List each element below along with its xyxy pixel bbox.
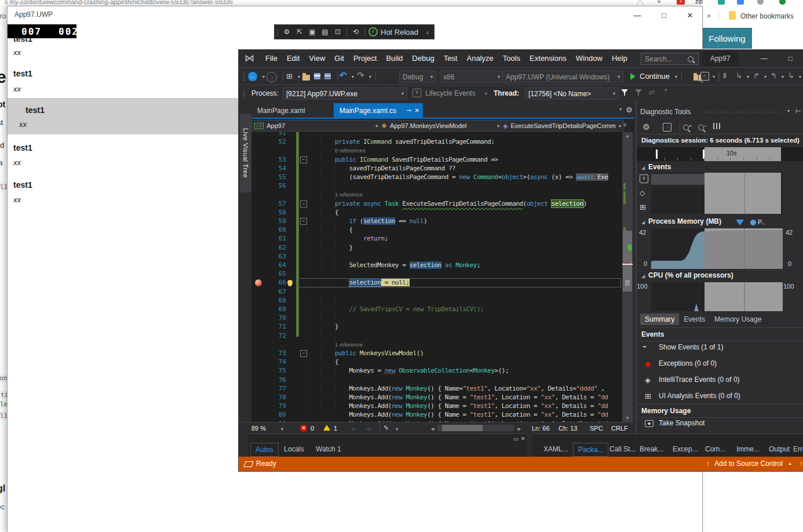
following-button[interactable]: Following <box>702 28 752 49</box>
code-line-77[interactable]: 77 Monkeys.Add(new Monkey() { Name="test… <box>251 384 622 393</box>
extension-zip-icon[interactable]: zip <box>695 0 703 5</box>
solution-badge[interactable]: App97 <box>702 51 738 66</box>
back-dropdown-icon[interactable]: ▾ <box>262 74 265 79</box>
editor-scrollbar[interactable]: ▲ ▼ <box>622 132 633 422</box>
tab-list-dropdown-icon[interactable]: ▾ <box>619 107 622 112</box>
menu-edit[interactable]: Edit <box>282 50 304 67</box>
toolbar-grip-icon[interactable] <box>718 72 720 81</box>
open-folder-icon[interactable] <box>302 75 310 81</box>
process-dropdown[interactable]: [9212] App97.UWP.exe▾ <box>283 88 407 100</box>
hscroll-left-icon[interactable]: ◄ <box>430 426 435 432</box>
collapse-events-icon[interactable]: ◢ <box>641 165 645 170</box>
list-item-detail[interactable]: xx <box>13 48 21 57</box>
zoom-level[interactable]: 89 % <box>251 425 266 432</box>
summary-show-events[interactable]: ●●●Show Events (1 of 1) <box>637 342 803 357</box>
navigate-forward-icon[interactable]: → <box>267 72 277 82</box>
float-pane-icon[interactable]: ▭ <box>513 436 519 442</box>
uwp-close-button[interactable]: ✕ <box>684 11 696 20</box>
step-icon[interactable]: ↰ <box>771 71 777 80</box>
code-line-63[interactable]: 63 <box>251 252 622 261</box>
bottom-tab-break-[interactable]: Break... <box>635 443 668 456</box>
display-adorners-icon[interactable]: ▣ <box>306 28 319 36</box>
memory-filter-icon[interactable] <box>736 220 744 225</box>
menu-build[interactable]: Build <box>381 50 407 67</box>
bottom-tab-locals[interactable]: Locals <box>279 443 309 456</box>
reset-view-chart-icon[interactable] <box>713 123 720 129</box>
code-line-70[interactable]: 70 <box>251 314 622 322</box>
save-icon[interactable] <box>314 73 320 79</box>
code-line-54[interactable]: 54 savedTripDetailsPageCommand ?? <box>251 164 622 173</box>
hscrollbar-thumb[interactable] <box>442 425 483 431</box>
list-item-title[interactable]: test1 <box>25 105 45 115</box>
step-dropdown-icon[interactable]: ▾ <box>799 74 801 79</box>
code-line-80[interactable]: 80 Monkeys.Add(new Monkey() { Name = "te… <box>251 410 622 419</box>
continue-dropdown-icon[interactable]: ▾ <box>675 74 677 79</box>
codelens-references[interactable]: 1 reference <box>335 191 363 198</box>
tab-mainpage-xaml-cs[interactable]: MainPage.xaml.cs ⊸ ✕ <box>334 103 423 118</box>
undo-dropdown-icon[interactable]: ▾ <box>352 74 354 79</box>
pin-tab-icon[interactable]: ⊸ <box>406 107 411 114</box>
step-icon[interactable]: ↱ <box>753 71 760 80</box>
pause-icon[interactable]: ‖ <box>723 72 727 80</box>
filter-threads-icon[interactable] <box>621 89 628 96</box>
stack-frame-dropdown-icon[interactable]: ▾ <box>665 88 667 93</box>
bottom-tab-imme-[interactable]: Imme... <box>732 443 764 456</box>
vs-minimize-button[interactable]: — <box>758 54 771 63</box>
other-bookmarks-label[interactable]: Other bookmarks <box>740 12 803 20</box>
codelens-references[interactable]: 0 references <box>335 147 366 154</box>
tab-mainpage-xaml[interactable]: MainPage.xaml <box>251 103 334 118</box>
close-tab-icon[interactable]: ✕ <box>415 107 419 114</box>
list-item-detail[interactable]: xx <box>13 195 21 204</box>
hscrollbar-track[interactable] <box>437 425 514 431</box>
uwp-minimize-button[interactable]: — <box>632 11 643 20</box>
code-line-71[interactable]: 71 } <box>251 322 622 331</box>
code-cleanup-icon[interactable]: ✎ <box>384 424 389 432</box>
enable-selection-icon[interactable]: ⇱ <box>293 28 306 36</box>
menu-extensions[interactable]: Extensions <box>525 50 571 67</box>
collapse-memory-icon[interactable]: ◢ <box>641 220 645 225</box>
code-line-64[interactable]: 64 SelectedMonkey = selection as Monkey; <box>251 261 622 269</box>
code-line-78[interactable]: 78 Monkeys.Add(new Monkey() { Name = "te… <box>251 393 622 402</box>
step-dropdown-icon[interactable]: ▾ <box>782 74 784 79</box>
bottom-tab-autos[interactable]: Autos <box>250 443 279 457</box>
code-line-68[interactable]: 68 <box>251 296 622 305</box>
hscroll-right-icon[interactable]: ► <box>517 426 522 432</box>
code-line-56[interactable]: 56 <box>251 181 622 190</box>
startup-project-dropdown[interactable]: App97.UWP (Universal Windows)▾ <box>502 71 623 83</box>
menu-window[interactable]: Window <box>571 50 607 67</box>
zoom-dropdown-icon[interactable]: ▾ <box>281 427 283 432</box>
undo-icon[interactable]: ↶ <box>340 70 347 81</box>
code-line-79[interactable]: 79 Monkeys.Add(new Monkey() { Name = "te… <box>251 402 622 410</box>
home-dropdown-icon[interactable]: ▾ <box>713 74 715 79</box>
hot-reload-label[interactable]: Hot Reload <box>381 28 418 37</box>
filter-flagged-icon[interactable] <box>635 89 642 96</box>
platform-dropdown[interactable]: x86▾ <box>440 71 503 83</box>
configuration-dropdown[interactable]: Debug▾ <box>399 71 436 83</box>
split-editor-icon[interactable]: ÷ <box>620 123 629 127</box>
prev-change-icon[interactable]: ← <box>350 424 357 432</box>
collapse-cpu-icon[interactable]: ◢ <box>641 274 645 279</box>
menu-tools[interactable]: Tools <box>498 50 525 67</box>
timeline-ruler[interactable]: 10s <box>637 147 803 161</box>
code-line-75[interactable]: 75 Monkeys = new ObservableCollection<Mo… <box>251 366 622 375</box>
diagnostics-settings-gear-icon[interactable]: ⚙ <box>643 122 650 132</box>
next-change-icon[interactable]: → <box>364 424 372 432</box>
break-all-home-icon[interactable]: ⌂ <box>700 72 709 81</box>
navigate-back-icon[interactable]: ← <box>248 72 257 81</box>
redo-icon[interactable]: ↷ <box>357 70 364 81</box>
bookmark-folder-icon[interactable] <box>729 11 736 20</box>
code-line-59[interactable]: 59− if (selection == null) <box>251 217 622 225</box>
code-line-51[interactable]: 51 <box>251 132 622 137</box>
redo-dropdown-icon[interactable]: ▾ <box>369 74 371 79</box>
live-visual-tree-tab[interactable]: Live Visual Tree <box>240 114 251 192</box>
step-icon[interactable]: ↳ <box>788 71 794 80</box>
code-line-69[interactable]: 69 // SavedTripsCV = new TripDetailsCV()… <box>251 305 622 314</box>
extension-teal-icon[interactable] <box>718 0 725 5</box>
step-dropdown-icon[interactable]: ▾ <box>764 74 767 79</box>
code-line-57[interactable]: 57− private async Task ExecuteSavedTripD… <box>251 199 622 208</box>
bottom-tab-excep-[interactable]: Excep... <box>668 443 702 456</box>
member-dropdown[interactable]: ◈ ExecuteSavedTripDetailsPageCommand▾ <box>500 120 624 132</box>
pin-panel-icon[interactable]: ⊥ <box>794 108 802 114</box>
code-line-60[interactable]: 60 { <box>251 225 622 234</box>
menu-view[interactable]: View <box>304 50 330 67</box>
